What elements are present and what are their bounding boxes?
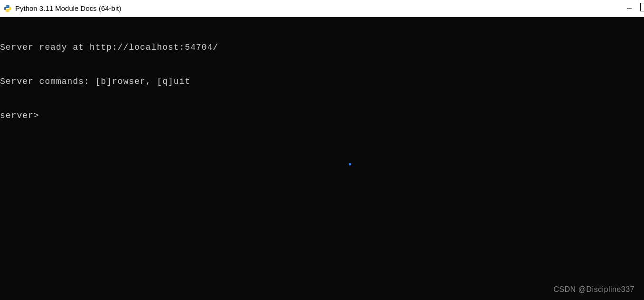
cursor-indicator [349,163,351,165]
terminal-prompt: server> [0,110,644,121]
maximize-button[interactable] [640,3,644,11]
terminal-line: Server ready at http://localhost:54704/ [0,42,644,53]
window-controls [618,0,640,17]
terminal-line: Server commands: [b]rowser, [q]uit [0,76,644,87]
window-titlebar: Python 3.11 Module Docs (64-bit) [0,0,644,17]
watermark-text: CSDN @Discipline337 [553,284,635,295]
minimize-button[interactable] [618,0,640,17]
window-title: Python 3.11 Module Docs (64-bit) [15,4,618,12]
terminal-output[interactable]: Server ready at http://localhost:54704/ … [0,17,644,300]
python-icon [4,5,11,12]
